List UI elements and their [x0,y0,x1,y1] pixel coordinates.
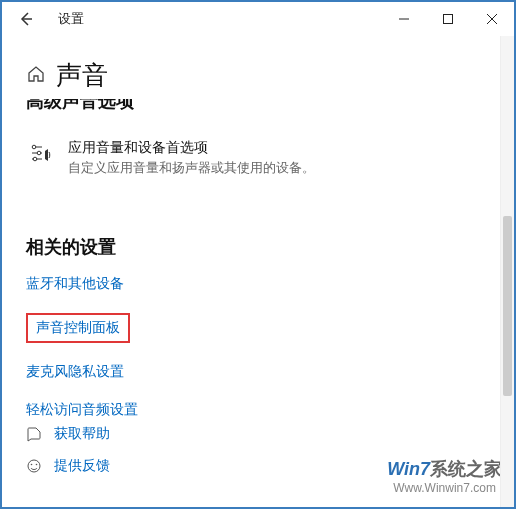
minimize-icon [399,14,409,24]
scroll-thumb[interactable] [503,216,512,396]
link-get-help-label: 获取帮助 [54,425,110,443]
back-button[interactable] [10,3,42,35]
window-title: 设置 [58,10,84,28]
maximize-button[interactable] [426,3,470,35]
title-bar: 设置 [2,2,514,36]
link-get-help[interactable]: 获取帮助 [26,425,110,443]
link-ease-of-access-audio[interactable]: 轻松访问音频设置 [26,401,138,419]
related-links: 蓝牙和其他设备 声音控制面板 麦克风隐私设置 轻松访问音频设置 [26,275,490,419]
svg-point-6 [36,464,38,466]
svg-point-5 [31,464,33,466]
app-volume-preferences-row[interactable]: 应用音量和设备首选项 自定义应用音量和扬声器或其使用的设备。 [26,139,490,177]
close-icon [487,14,497,24]
vertical-scrollbar[interactable] [500,36,514,507]
minimize-button[interactable] [382,3,426,35]
link-bluetooth-devices[interactable]: 蓝牙和其他设备 [26,275,124,293]
link-give-feedback[interactable]: 提供反馈 [26,457,110,475]
advanced-sound-options-heading: 高级声音选项 [26,99,490,113]
option-title: 应用音量和设备首选项 [68,139,490,157]
page-title: 声音 [56,58,108,93]
related-settings-heading: 相关的设置 [26,235,490,259]
help-icon [26,426,42,442]
maximize-icon [443,14,453,24]
mixer-icon [26,141,54,165]
option-texts: 应用音量和设备首选项 自定义应用音量和扬声器或其使用的设备。 [68,139,490,177]
svg-point-4 [28,460,40,472]
link-give-feedback-label: 提供反馈 [54,457,110,475]
svg-rect-0 [444,15,453,24]
watermark-line1-suffix: 系统之家 [430,459,502,479]
home-icon [26,64,46,88]
arrow-left-icon [18,11,34,27]
window-controls [382,3,514,35]
highlight-sound-control-panel: 声音控制面板 [26,313,130,343]
footer-links: 获取帮助 提供反馈 [26,425,110,489]
svg-point-2 [37,151,41,155]
close-button[interactable] [470,3,514,35]
link-microphone-privacy[interactable]: 麦克风隐私设置 [26,363,124,381]
watermark: Win7系统之家 Www.Winwin7.com [387,457,502,495]
feedback-icon [26,458,42,474]
content-area: 声音 高级声音选项 应用音量和设备首选项 自定义应用音量和扬声器或其使用的设备。… [2,36,514,507]
watermark-line2: Www.Winwin7.com [387,481,502,495]
page-header: 声音 [26,58,490,93]
option-subtitle: 自定义应用音量和扬声器或其使用的设备。 [68,159,490,177]
svg-point-1 [32,145,36,149]
link-sound-control-panel[interactable]: 声音控制面板 [36,319,120,337]
svg-point-3 [33,157,37,161]
